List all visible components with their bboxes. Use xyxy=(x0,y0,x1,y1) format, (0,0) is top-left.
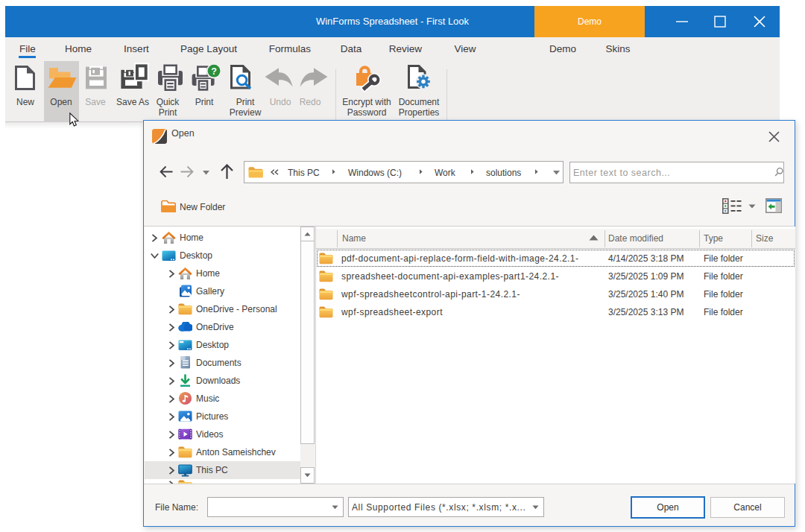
svg-text:?: ? xyxy=(211,66,217,77)
